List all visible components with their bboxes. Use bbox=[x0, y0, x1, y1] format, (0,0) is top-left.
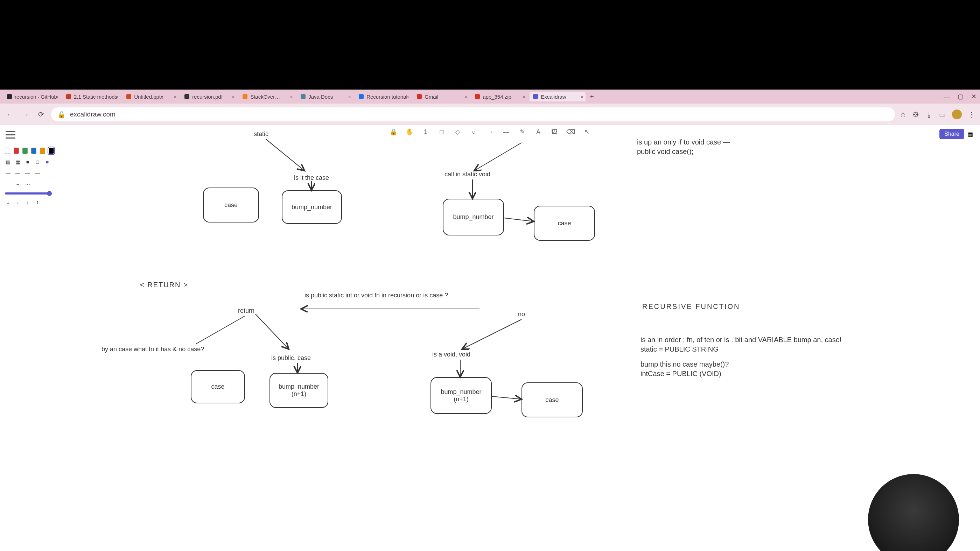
browser-tab[interactable]: recursion.pdf× bbox=[181, 92, 237, 102]
maximize-icon[interactable]: ▢ bbox=[958, 93, 964, 100]
close-icon[interactable]: × bbox=[348, 94, 351, 100]
diagram-node[interactable]: case bbox=[203, 187, 259, 222]
browser-tab[interactable]: StackOver…× bbox=[239, 92, 295, 102]
diagram-node[interactable]: case bbox=[191, 370, 245, 403]
close-icon[interactable]: × bbox=[522, 94, 525, 100]
close-icon[interactable]: × bbox=[406, 94, 409, 100]
browser-tab[interactable]: recursion · GitHub× bbox=[3, 92, 60, 102]
browser-tab[interactable]: Java Docs× bbox=[297, 92, 353, 102]
med-icon[interactable]: — bbox=[15, 170, 21, 176]
tab-label: 2.1 Static methods bbox=[74, 94, 117, 100]
library-icon[interactable]: ▦ bbox=[968, 131, 973, 138]
menu-button[interactable] bbox=[6, 131, 15, 138]
node-text: case bbox=[545, 396, 558, 404]
forward-button[interactable]: → bbox=[20, 109, 31, 120]
draw-tool-icon[interactable]: ✎ bbox=[519, 128, 526, 136]
browser-tab[interactable]: Gmail× bbox=[414, 92, 469, 102]
share-button[interactable]: Share bbox=[939, 129, 964, 139]
color-swatch[interactable] bbox=[40, 148, 45, 154]
download-icon[interactable]: ⭳ bbox=[926, 111, 933, 119]
bring-forward-icon[interactable]: ↑ bbox=[24, 199, 31, 206]
canvas-text[interactable]: is up an only if to void case — public v… bbox=[637, 138, 730, 156]
close-icon[interactable]: × bbox=[55, 94, 59, 100]
drawing-canvas[interactable]: ▨ ▦ ■ □ ■ — — — — — ╌ ⋯ ⤓ ↓ ↑ ⤒ 🔒 ✋ 1 □ bbox=[0, 125, 980, 551]
close-window-icon[interactable]: ✕ bbox=[971, 93, 977, 100]
tab-label: recursion.pdf bbox=[192, 94, 223, 100]
fill-solid-icon[interactable]: ■ bbox=[24, 159, 31, 165]
os-blackbar bbox=[0, 0, 980, 90]
bookmarks-icon[interactable]: ▭ bbox=[939, 110, 946, 119]
browser-tab[interactable]: app_354.zip× bbox=[471, 92, 527, 102]
color-swatch[interactable] bbox=[22, 148, 28, 154]
fill-selected-icon[interactable]: ■ bbox=[44, 159, 50, 165]
solid-line-icon[interactable]: — bbox=[5, 181, 11, 187]
svg-line-2 bbox=[474, 143, 522, 171]
diagram-node[interactable]: bump_number (n+1) bbox=[269, 373, 328, 408]
canvas-text[interactable]: bump this no case maybe()? intCase = PUB… bbox=[641, 360, 729, 378]
fill-cross-icon[interactable]: ▦ bbox=[15, 159, 21, 165]
hand-tool-icon[interactable]: ✋ bbox=[406, 128, 414, 136]
ellipse-tool-icon[interactable]: ○ bbox=[470, 128, 478, 136]
svg-line-6 bbox=[256, 314, 289, 349]
new-tab-button[interactable]: + bbox=[588, 92, 596, 101]
close-icon[interactable]: × bbox=[173, 94, 177, 100]
back-icon: ← bbox=[6, 111, 14, 119]
diagram-node[interactable]: case bbox=[534, 206, 595, 241]
color-swatch[interactable] bbox=[5, 148, 10, 154]
color-swatch[interactable] bbox=[14, 148, 19, 154]
browser-tab[interactable]: Untitled.pptx× bbox=[123, 92, 179, 102]
line-tool-icon[interactable]: — bbox=[502, 128, 510, 136]
webcam-pip[interactable] bbox=[868, 474, 959, 551]
note-line: static = PUBLIC STRING bbox=[641, 345, 719, 353]
reload-button[interactable]: ⟳ bbox=[36, 109, 46, 120]
minimize-icon[interactable]: — bbox=[943, 93, 950, 100]
arrow-tool-icon[interactable]: → bbox=[486, 128, 494, 136]
diagram-label: call in static void bbox=[444, 171, 490, 178]
thick-icon[interactable]: — bbox=[24, 170, 31, 176]
dotted-line-icon[interactable]: ⋯ bbox=[24, 181, 31, 187]
dashed-line-icon[interactable]: ╌ bbox=[15, 181, 21, 187]
close-icon[interactable]: × bbox=[116, 94, 119, 100]
tab-label: StackOver… bbox=[250, 94, 280, 100]
diagram-node[interactable]: bump_number bbox=[443, 199, 504, 235]
text-tool-icon[interactable]: A bbox=[535, 128, 542, 136]
close-icon[interactable]: × bbox=[232, 94, 235, 100]
canvas-text[interactable]: RECURSIVE FUNCTION bbox=[642, 302, 740, 311]
cursor-icon[interactable]: ↖ bbox=[583, 128, 590, 136]
back-button[interactable]: ← bbox=[5, 109, 15, 120]
image-tool-icon[interactable]: 🖼 bbox=[550, 128, 558, 136]
fill-hachure-icon[interactable]: ▨ bbox=[5, 159, 11, 165]
color-swatch[interactable] bbox=[31, 148, 37, 154]
fill-none-icon[interactable]: □ bbox=[34, 159, 41, 165]
send-backward-icon[interactable]: ↓ bbox=[15, 199, 21, 206]
send-back-icon[interactable]: ⤓ bbox=[5, 199, 11, 206]
select-tool-icon[interactable]: 1 bbox=[422, 128, 430, 136]
close-icon[interactable]: × bbox=[580, 94, 584, 100]
diamond-tool-icon[interactable]: ◇ bbox=[454, 128, 461, 136]
canvas-text[interactable]: is an in order ; fn, of ten or is . bit … bbox=[641, 335, 842, 354]
note-line: is an in order ; fn, of ten or is . bit … bbox=[641, 336, 842, 343]
diagram-label: is public static int or void fn in recur… bbox=[304, 292, 448, 299]
eraser-tool-icon[interactable]: ⌫ bbox=[566, 128, 574, 136]
diagram-node[interactable]: bump_number (n+1) bbox=[431, 377, 492, 414]
diagram-node[interactable]: bump_number bbox=[282, 190, 342, 224]
opacity-slider[interactable] bbox=[5, 192, 50, 195]
profile-avatar[interactable] bbox=[952, 110, 962, 119]
extra-icon[interactable]: — bbox=[34, 170, 41, 176]
lock-tool-icon[interactable]: 🔒 bbox=[390, 128, 397, 136]
diagram-node[interactable]: case bbox=[522, 383, 583, 418]
close-icon[interactable]: × bbox=[464, 94, 467, 100]
color-swatch[interactable] bbox=[49, 148, 54, 154]
close-icon[interactable]: × bbox=[290, 94, 293, 100]
star-icon[interactable]: ☆ bbox=[900, 110, 906, 119]
rect-tool-icon[interactable]: □ bbox=[438, 128, 445, 136]
url-input[interactable]: 🔒 excalidraw.com bbox=[51, 107, 895, 121]
menu-icon[interactable]: ⋮ bbox=[968, 110, 975, 119]
browser-tab-active[interactable]: Excalidraw× bbox=[530, 92, 585, 102]
browser-tab[interactable]: 2.1 Static methods× bbox=[63, 92, 121, 102]
tab-label: Java Docs bbox=[309, 94, 333, 100]
thin-icon[interactable]: — bbox=[5, 170, 11, 176]
extensions-icon[interactable]: ⯐ bbox=[912, 111, 920, 119]
bring-front-icon[interactable]: ⤒ bbox=[34, 199, 41, 206]
browser-tab[interactable]: Recursion tutorial× bbox=[355, 92, 411, 102]
